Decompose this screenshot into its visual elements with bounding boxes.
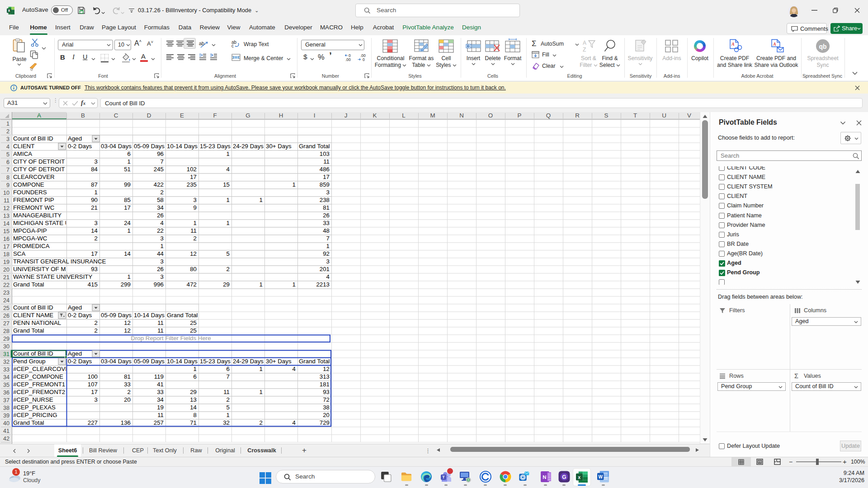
svg-text:V: V bbox=[687, 112, 691, 119]
svg-text:3: 3 bbox=[160, 258, 164, 265]
svg-text:30+ Days: 30+ Days bbox=[266, 143, 292, 150]
svg-text:Grand Total: Grand Total bbox=[13, 281, 44, 288]
svg-text:181: 181 bbox=[320, 381, 330, 388]
svg-text:FOUNDERS: FOUNDERS bbox=[13, 189, 47, 196]
svg-text:3: 3 bbox=[6, 136, 9, 142]
svg-text:G: G bbox=[245, 112, 250, 119]
svg-text:4: 4 bbox=[160, 220, 164, 226]
svg-text:#CEP_COMPONE: #CEP_COMPONE bbox=[13, 373, 63, 380]
svg-text:3: 3 bbox=[326, 189, 330, 196]
svg-text:A: A bbox=[37, 112, 41, 119]
svg-text:107: 107 bbox=[88, 381, 98, 388]
svg-text:8: 8 bbox=[6, 174, 9, 181]
svg-text:c: c bbox=[231, 43, 234, 48]
svg-text:9: 9 bbox=[193, 204, 197, 211]
svg-text:COMPONE: COMPONE bbox=[13, 181, 44, 188]
svg-text:27: 27 bbox=[3, 320, 9, 327]
svg-text:#CEP_PRICING: #CEP_PRICING bbox=[13, 412, 57, 418]
svg-text:20: 20 bbox=[323, 412, 330, 418]
svg-text:19: 19 bbox=[157, 404, 164, 411]
svg-text:05-09 Days: 05-09 Days bbox=[101, 312, 132, 319]
svg-text:235: 235 bbox=[187, 181, 197, 188]
svg-text:25: 25 bbox=[190, 327, 197, 334]
svg-text:238: 238 bbox=[320, 197, 330, 203]
svg-text:39: 39 bbox=[3, 413, 9, 419]
svg-text:4: 4 bbox=[6, 144, 9, 150]
svg-text:Aged: Aged bbox=[68, 304, 82, 311]
svg-text:10: 10 bbox=[3, 190, 9, 196]
svg-text:6: 6 bbox=[226, 366, 230, 372]
svg-text:26: 26 bbox=[323, 212, 330, 219]
svg-text:90: 90 bbox=[91, 197, 98, 203]
svg-text:22: 22 bbox=[3, 282, 9, 288]
svg-text:3: 3 bbox=[326, 258, 330, 265]
svg-text:17: 17 bbox=[91, 389, 98, 395]
svg-text:31: 31 bbox=[3, 351, 9, 357]
svg-text:103: 103 bbox=[320, 150, 330, 157]
svg-text:93: 93 bbox=[323, 389, 330, 395]
svg-text:11: 11 bbox=[223, 389, 230, 395]
svg-text:1: 1 bbox=[226, 412, 230, 418]
svg-text:36: 36 bbox=[3, 389, 9, 396]
svg-text:25: 25 bbox=[3, 305, 9, 311]
svg-text:71: 71 bbox=[190, 419, 197, 426]
svg-text:2: 2 bbox=[94, 319, 98, 326]
svg-text:Z: Z bbox=[583, 47, 586, 52]
svg-text:3: 3 bbox=[193, 197, 197, 203]
svg-text:21: 21 bbox=[3, 274, 9, 281]
svg-text:18: 18 bbox=[3, 251, 9, 258]
svg-text:33: 33 bbox=[3, 366, 9, 373]
svg-text:TRANSIT GENERAL INSURANCE: TRANSIT GENERAL INSURANCE bbox=[13, 258, 106, 265]
svg-text:MPCGA-PIP: MPCGA-PIP bbox=[13, 227, 47, 234]
svg-text:38: 38 bbox=[3, 405, 9, 411]
svg-text:38: 38 bbox=[323, 404, 330, 411]
svg-text:3: 3 bbox=[94, 396, 98, 403]
svg-text:B: B bbox=[81, 112, 85, 119]
svg-text:Count of Bill ID: Count of Bill ID bbox=[13, 135, 53, 142]
svg-text:10-14 Days: 10-14 Days bbox=[167, 358, 198, 365]
svg-text:5: 5 bbox=[6, 151, 9, 158]
svg-text:33: 33 bbox=[157, 389, 164, 395]
svg-text:05-09 Days: 05-09 Days bbox=[134, 358, 165, 365]
svg-text:17: 17 bbox=[323, 174, 330, 180]
svg-text:87: 87 bbox=[91, 181, 98, 188]
svg-text:MPCGA-WC: MPCGA-WC bbox=[13, 235, 47, 242]
svg-text:102: 102 bbox=[187, 166, 197, 173]
svg-text:26: 26 bbox=[157, 266, 164, 272]
svg-text:37: 37 bbox=[3, 397, 9, 404]
svg-text:14: 14 bbox=[124, 250, 131, 257]
svg-text:14: 14 bbox=[190, 404, 197, 411]
svg-text:729: 729 bbox=[320, 419, 330, 426]
svg-text:44: 44 bbox=[157, 250, 164, 257]
svg-text:6: 6 bbox=[127, 150, 131, 157]
svg-text:29: 29 bbox=[223, 281, 230, 288]
svg-text:7: 7 bbox=[326, 235, 330, 242]
svg-text:0-2 Days: 0-2 Days bbox=[68, 358, 92, 365]
svg-text:0-2 Days: 0-2 Days bbox=[68, 312, 92, 319]
svg-text:415: 415 bbox=[88, 281, 98, 288]
svg-text:80: 80 bbox=[190, 266, 197, 272]
svg-text:0-2 Days: 0-2 Days bbox=[68, 143, 92, 150]
svg-text:I: I bbox=[314, 112, 316, 119]
svg-text:41: 41 bbox=[3, 428, 9, 434]
svg-text:A: A bbox=[731, 42, 735, 47]
svg-text:1: 1 bbox=[226, 197, 230, 203]
svg-text:119: 119 bbox=[154, 373, 164, 380]
svg-text:8: 8 bbox=[193, 412, 197, 418]
svg-text:2: 2 bbox=[160, 189, 164, 196]
svg-text:7: 7 bbox=[160, 158, 164, 165]
svg-text:1: 1 bbox=[127, 227, 131, 234]
svg-text:qb: qb bbox=[819, 43, 826, 50]
svg-text:PENN NATIONAL: PENN NATIONAL bbox=[13, 319, 61, 326]
svg-text:#CEP_FREMONT1: #CEP_FREMONT1 bbox=[13, 381, 65, 388]
svg-text:227: 227 bbox=[88, 419, 98, 426]
svg-text:48: 48 bbox=[323, 227, 330, 234]
svg-text:03-04 Days: 03-04 Days bbox=[101, 143, 132, 150]
svg-text:G: G bbox=[562, 474, 566, 480]
svg-text:5: 5 bbox=[226, 404, 230, 411]
svg-text:12: 12 bbox=[190, 250, 197, 257]
svg-text:N: N bbox=[542, 474, 546, 480]
svg-text:257: 257 bbox=[154, 419, 164, 426]
svg-text:34: 34 bbox=[157, 396, 164, 403]
svg-text:E: E bbox=[180, 112, 184, 119]
